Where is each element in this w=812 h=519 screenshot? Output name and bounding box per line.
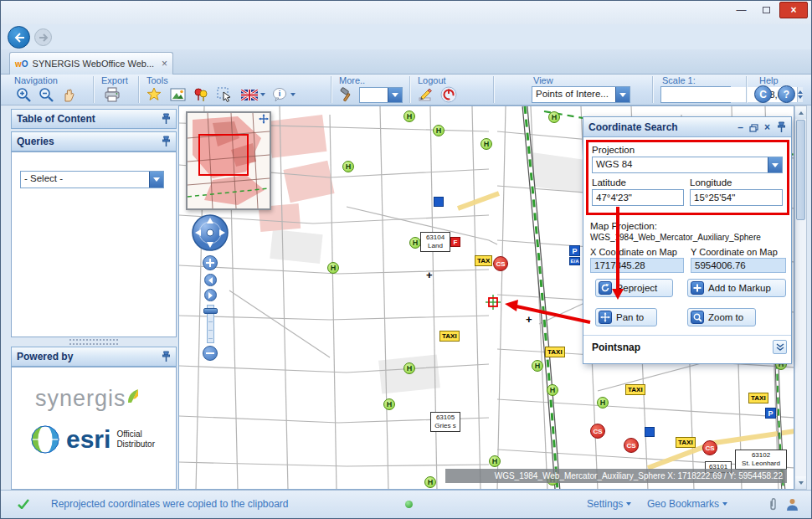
add-to-markup-button[interactable]: Add to Markup xyxy=(687,279,786,297)
panel-minimize-icon[interactable]: – xyxy=(737,123,743,131)
scroll-down-button[interactable] xyxy=(795,476,806,489)
help-button[interactable]: ? xyxy=(778,85,795,103)
more-tools-button[interactable] xyxy=(337,86,356,103)
pin-icon[interactable] xyxy=(162,351,171,362)
parking-sub-marker[interactable]: E/A xyxy=(569,257,580,265)
zoom-in-button[interactable] xyxy=(14,86,33,103)
overview-drag-icon[interactable] xyxy=(259,114,269,124)
pin-icon[interactable] xyxy=(777,121,786,133)
attachment-paperclip-icon[interactable] xyxy=(768,497,778,511)
cs-marker[interactable]: CS xyxy=(624,438,639,453)
zoom-slider-thumb[interactable] xyxy=(203,308,218,314)
hospital-marker[interactable]: H xyxy=(548,111,560,123)
taxi-marker[interactable]: TAXI xyxy=(748,393,768,403)
zoom-to-button[interactable]: Zoom to xyxy=(687,308,756,326)
context-help-button[interactable]: C xyxy=(754,85,772,103)
back-button[interactable] xyxy=(8,26,30,49)
window-close-button[interactable]: × xyxy=(779,2,808,18)
x-coordinate-field[interactable]: 1717845.28 xyxy=(590,258,684,273)
window-maximize-button[interactable] xyxy=(755,2,778,18)
more-dropdown[interactable] xyxy=(359,87,403,103)
user-profile-icon[interactable] xyxy=(786,498,799,511)
query-select[interactable]: - Select - xyxy=(20,171,164,188)
scroll-up-button[interactable] xyxy=(795,106,806,119)
zoom-out-button[interactable] xyxy=(37,86,55,103)
scale-input[interactable] xyxy=(661,87,797,102)
coordinate-search-title: Coordinate Search xyxy=(588,121,678,133)
edit-session-button[interactable] xyxy=(416,86,434,103)
pointsnap-expand-button[interactable] xyxy=(773,340,787,354)
logout-button[interactable] xyxy=(439,86,458,103)
sidebar-resize-handle[interactable] xyxy=(69,339,118,345)
select-tool-button[interactable] xyxy=(215,86,234,103)
language-dropdown-icon[interactable] xyxy=(260,93,265,96)
taxi-marker[interactable]: TAXI xyxy=(545,347,565,357)
hospital-marker[interactable]: H xyxy=(424,476,436,488)
more-dropdown-button[interactable] xyxy=(388,88,402,102)
window-minimize-button[interactable]: — xyxy=(730,2,753,18)
vertical-scrollbar[interactable] xyxy=(794,105,807,490)
tab-weboffice[interactable]: wO SYNERGIS WebOffice Web... × xyxy=(9,52,173,75)
geo-bookmarks-menu[interactable]: Geo Bookmarks xyxy=(647,498,727,510)
hospital-marker[interactable]: H xyxy=(327,262,339,274)
hospital-marker[interactable]: H xyxy=(383,398,395,410)
queries-panel-header[interactable]: Queries xyxy=(11,131,177,152)
view-dropdown-button[interactable] xyxy=(615,87,630,102)
language-button[interactable] xyxy=(240,86,259,103)
taxi-marker[interactable]: TAX xyxy=(475,255,492,266)
parking-marker[interactable]: P xyxy=(569,245,580,256)
coordinate-search-header[interactable]: Coordinate Search – × xyxy=(583,117,791,137)
forward-button[interactable] xyxy=(34,28,52,46)
hospital-marker[interactable]: H xyxy=(532,360,543,372)
panel-close-icon[interactable]: × xyxy=(764,123,770,131)
toc-panel-header[interactable]: Table of Content xyxy=(11,109,177,129)
zoom-out-round-button[interactable] xyxy=(203,346,218,361)
scrollbar-thumb[interactable] xyxy=(796,120,805,220)
pin-icon[interactable] xyxy=(162,113,171,125)
image-tool-button[interactable] xyxy=(168,86,187,103)
overview-map[interactable] xyxy=(186,111,271,210)
hospital-marker[interactable]: H xyxy=(597,397,609,409)
hospital-marker[interactable]: H xyxy=(433,125,445,136)
info-tool-button[interactable]: i xyxy=(270,86,289,103)
redlining-button[interactable] xyxy=(145,86,163,103)
blue-marker[interactable] xyxy=(645,427,655,437)
print-button[interactable] xyxy=(103,86,121,103)
hospital-marker[interactable]: H xyxy=(489,455,501,467)
taxi-marker[interactable]: TAXI xyxy=(625,384,645,395)
pan-button[interactable] xyxy=(59,86,78,103)
zoom-in-round-button[interactable] xyxy=(203,255,218,270)
fire-marker[interactable]: F xyxy=(450,237,460,247)
settings-menu[interactable]: Settings xyxy=(587,498,631,510)
browser-window: — × wO http://w-ws-wintner/WebOffice/syn… xyxy=(0,0,812,519)
hospital-marker[interactable]: H xyxy=(342,161,354,172)
blue-marker[interactable] xyxy=(434,197,444,207)
parking-marker[interactable]: P xyxy=(765,408,776,419)
query-select-button[interactable] xyxy=(149,172,163,188)
y-coordinate-field[interactable]: 5954006.76 xyxy=(691,258,786,273)
powered-by-header[interactable]: Powered by xyxy=(11,347,177,367)
poi-tool-button[interactable] xyxy=(192,86,210,103)
pan-compass[interactable] xyxy=(191,213,229,252)
taxi-marker[interactable]: TAXI xyxy=(676,437,696,448)
cs-marker[interactable]: CS xyxy=(590,424,605,439)
scale-spinner[interactable] xyxy=(797,87,803,102)
pin-icon[interactable] xyxy=(162,136,171,147)
hospital-marker[interactable]: H xyxy=(403,362,415,374)
pan-to-button[interactable]: Pan to xyxy=(595,308,657,326)
hospital-marker[interactable]: H xyxy=(409,237,421,249)
tab-close-icon[interactable]: × xyxy=(162,58,167,69)
taxi-marker[interactable]: TAXI xyxy=(439,331,460,342)
info-dropdown-icon[interactable] xyxy=(290,93,296,96)
next-extent-button[interactable] xyxy=(204,289,217,301)
hospital-marker[interactable]: H xyxy=(547,384,558,396)
cs-marker[interactable]: CS xyxy=(702,440,717,455)
hospital-marker[interactable]: H xyxy=(403,110,415,122)
view-dropdown[interactable]: Points of Intere... xyxy=(532,86,630,103)
hospital-marker[interactable]: H xyxy=(481,138,492,150)
previous-extent-button[interactable] xyxy=(204,274,217,286)
cs-marker[interactable]: CS xyxy=(493,256,508,271)
panel-restore-icon[interactable] xyxy=(749,124,758,132)
spinner-down-icon xyxy=(798,95,803,99)
reproject-button[interactable]: Reproject xyxy=(595,279,673,297)
